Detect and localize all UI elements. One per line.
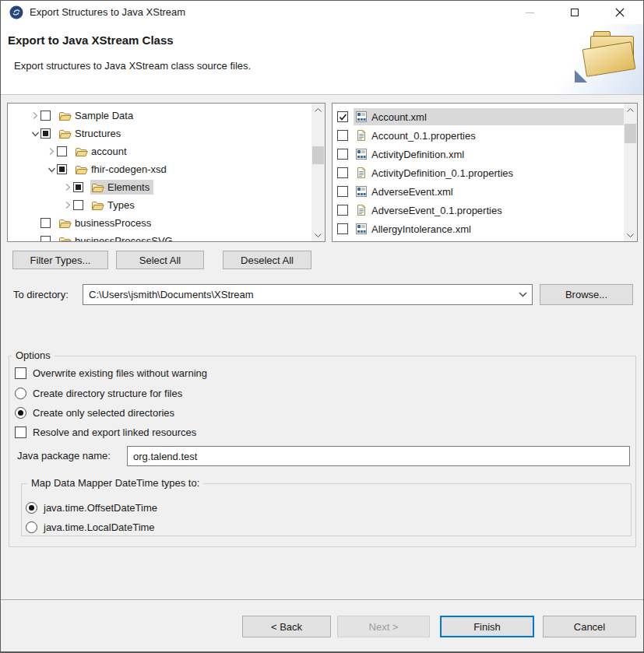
create-selected-directories-option[interactable]: Create only selected directories xyxy=(15,405,174,420)
create-selected-directories-label: Create only selected directories xyxy=(33,407,174,419)
file-item[interactable]: Account.xml xyxy=(333,107,624,126)
directory-combobox[interactable]: C:\Users\jsmith\Documents\XStream xyxy=(83,284,533,305)
tree-item-checkbox[interactable] xyxy=(40,236,51,241)
file-item-checkbox[interactable] xyxy=(337,186,348,197)
file-item[interactable]: ActivityDefinition.xml xyxy=(333,145,624,163)
directory-value[interactable]: C:\Users\jsmith\Documents\XStream xyxy=(83,289,513,300)
next-button[interactable]: Next > xyxy=(337,616,430,637)
tree-item-checkbox[interactable] xyxy=(57,164,67,174)
back-button[interactable]: < Back xyxy=(242,616,331,637)
tree-item-checkbox[interactable] xyxy=(40,218,51,228)
folder-icon xyxy=(75,163,88,176)
tree-item-checkbox[interactable] xyxy=(40,128,51,139)
file-item-main[interactable]: Account_0.1.properties xyxy=(354,127,624,144)
tree-item-main[interactable]: businessProcess xyxy=(58,216,155,230)
tree-item[interactable]: Elements xyxy=(8,178,311,196)
file-item-checkbox[interactable] xyxy=(337,149,348,160)
select-all-button[interactable]: Select All xyxy=(116,251,204,269)
tree-expander[interactable] xyxy=(30,111,40,120)
vertical-scrollbar[interactable] xyxy=(311,104,325,241)
title-bar: Export Structures to Java XStream xyxy=(1,1,643,24)
minimize-button[interactable] xyxy=(512,1,547,24)
overwrite-option[interactable]: Overwrite existing files without warning xyxy=(15,365,207,381)
file-item-label: Account_0.1.properties xyxy=(371,130,476,142)
file-item-main[interactable]: AllergyIntolerance.xml xyxy=(354,220,624,237)
close-button[interactable] xyxy=(602,1,638,24)
tree-item-main[interactable]: Types xyxy=(90,198,139,212)
finish-button[interactable]: Finish xyxy=(440,616,534,637)
scroll-down-button[interactable] xyxy=(624,229,637,241)
tree-expander[interactable] xyxy=(46,166,57,174)
offset-datetime-radio[interactable] xyxy=(26,502,37,514)
scroll-up-button[interactable] xyxy=(624,104,637,116)
resolve-linked-checkbox[interactable] xyxy=(15,427,26,438)
file-item[interactable]: AdverseEvent_0.1.properties xyxy=(333,201,624,219)
file-item-checkbox[interactable] xyxy=(337,130,348,141)
create-selected-directories-radio[interactable] xyxy=(15,407,26,419)
structure-tree: Sample DataStructuresaccountfhir-codegen… xyxy=(7,103,326,242)
tree-item-main[interactable]: account xyxy=(74,144,131,159)
file-item[interactable]: ActivityDefinition_0.1.properties xyxy=(333,163,624,182)
tree-item-checkbox[interactable] xyxy=(40,111,51,121)
tree-item-main[interactable]: Structures xyxy=(58,126,125,141)
tree-expander[interactable] xyxy=(46,147,57,156)
file-item-label: ActivityDefinition.xml xyxy=(371,149,464,160)
tree-expander[interactable] xyxy=(62,183,73,191)
local-datetime-option[interactable]: java.time.LocalDateTime xyxy=(26,519,155,535)
local-datetime-radio[interactable] xyxy=(26,521,37,533)
tree-item[interactable]: Sample Data xyxy=(8,107,311,125)
tree-item[interactable]: businessProcessSVG xyxy=(8,232,311,241)
file-item[interactable]: AllergyIntolerance.xml xyxy=(333,219,624,238)
create-directory-structure-radio[interactable] xyxy=(15,388,26,399)
file-item[interactable]: Account_0.1.properties xyxy=(333,126,624,145)
create-directory-structure-option[interactable]: Create directory structure for files xyxy=(15,385,182,401)
tree-item[interactable]: account xyxy=(8,142,311,160)
maximize-icon xyxy=(571,9,579,16)
file-item-checkbox[interactable] xyxy=(337,205,348,216)
tree-item[interactable]: businessProcess xyxy=(8,214,311,232)
scrollbar-thumb[interactable] xyxy=(625,124,636,143)
overwrite-checkbox[interactable] xyxy=(15,367,26,379)
tree-item-label: businessProcessSVG xyxy=(75,235,173,241)
file-item-main[interactable]: ActivityDefinition.xml xyxy=(354,146,624,163)
folder-icon xyxy=(58,217,72,230)
chevron-down-icon xyxy=(48,166,56,174)
tree-item-checkbox[interactable] xyxy=(73,182,83,192)
scroll-down-button[interactable] xyxy=(311,229,325,241)
tree-expander[interactable] xyxy=(30,130,40,138)
file-item-main[interactable]: AdverseEvent.xml xyxy=(354,183,624,200)
offset-datetime-option[interactable]: java.time.OffsetDateTime xyxy=(26,500,157,515)
file-item-checkbox[interactable] xyxy=(337,111,348,122)
file-item-checkbox[interactable] xyxy=(337,167,348,178)
tree-item[interactable]: fhir-codegen-xsd xyxy=(8,160,311,178)
file-item-main[interactable]: Account.xml xyxy=(354,108,624,125)
scrollbar-thumb[interactable] xyxy=(312,146,324,164)
java-package-input[interactable] xyxy=(127,446,630,466)
cancel-button[interactable]: Cancel xyxy=(543,616,636,637)
file-item[interactable]: AdverseEvent.xml xyxy=(333,182,624,201)
tree-expander[interactable] xyxy=(62,201,73,209)
file-item-main[interactable]: ActivityDefinition_0.1.properties xyxy=(354,164,624,181)
tree-item-checkbox[interactable] xyxy=(73,200,83,210)
tree-item-main[interactable]: Elements xyxy=(90,180,153,195)
tree-item-main[interactable]: Sample Data xyxy=(58,108,137,123)
tree-item-label: fhir-codegen-xsd xyxy=(91,163,167,175)
file-item-main[interactable]: AdverseEvent_0.1.properties xyxy=(354,202,624,219)
tree-item-main[interactable]: businessProcessSVG xyxy=(58,233,177,241)
structure-file-icon xyxy=(355,223,368,235)
maximize-button[interactable] xyxy=(557,1,593,24)
tree-item[interactable]: Types xyxy=(8,196,311,214)
page-title: Export to Java XStream Class xyxy=(8,33,174,47)
deselect-all-button[interactable]: Deselect All xyxy=(223,251,311,269)
resolve-linked-option[interactable]: Resolve and export linked resources xyxy=(15,424,196,440)
file-item-checkbox[interactable] xyxy=(337,223,348,234)
tree-item[interactable]: Structures xyxy=(8,125,311,142)
chevron-down-icon[interactable] xyxy=(513,292,532,297)
browse-button[interactable]: Browse... xyxy=(540,284,633,305)
create-directory-structure-label: Create directory structure for files xyxy=(33,388,182,399)
filter-types-button[interactable]: Filter Types... xyxy=(12,251,108,269)
tree-item-main[interactable]: fhir-codegen-xsd xyxy=(74,162,171,177)
tree-item-checkbox[interactable] xyxy=(57,146,67,156)
vertical-scrollbar[interactable] xyxy=(624,104,637,241)
scroll-up-button[interactable] xyxy=(311,104,325,116)
